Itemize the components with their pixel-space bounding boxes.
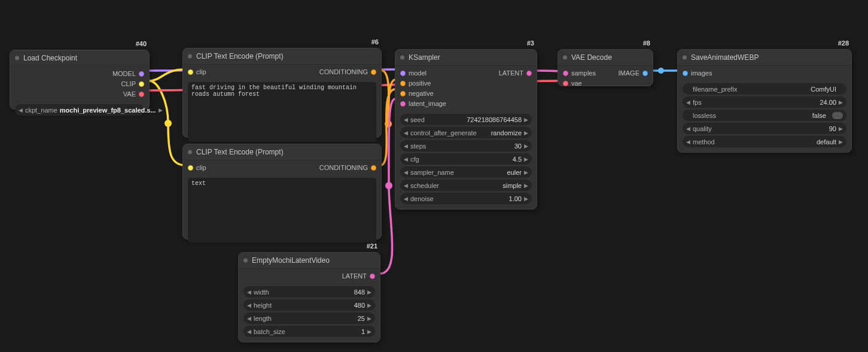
widget-method[interactable]: ◀method default▶ bbox=[683, 136, 846, 147]
output-model[interactable]: MODEL bbox=[112, 69, 144, 79]
widget-fps[interactable]: ◀fps 24.00▶ bbox=[683, 96, 846, 108]
input-samples[interactable]: samples bbox=[563, 68, 596, 78]
svg-point-1 bbox=[385, 120, 392, 128]
widget-height[interactable]: ◀height 480▶ bbox=[243, 299, 375, 311]
node-ksampler[interactable]: #3 KSampler model LATENT positive negati… bbox=[395, 49, 537, 210]
input-negative[interactable]: negative bbox=[400, 89, 434, 99]
node-graph-canvas[interactable]: #40 Load Checkpoint MODEL CLIP VAE ◀ ckp… bbox=[0, 0, 868, 352]
node-title[interactable]: VAE Decode bbox=[558, 50, 653, 66]
node-title[interactable]: CLIP Text Encode (Prompt) bbox=[183, 48, 381, 65]
prompt-textarea[interactable]: fast driving in the beautiful winding mo… bbox=[188, 82, 376, 142]
input-images[interactable]: images bbox=[683, 68, 712, 78]
node-save-animated-webp[interactable]: #28 SaveAnimatedWEBP images ◀filename_pr… bbox=[677, 49, 852, 153]
widget-length[interactable]: ◀length 25▶ bbox=[243, 312, 375, 324]
output-latent[interactable]: LATENT bbox=[499, 68, 532, 78]
node-id: #8 bbox=[643, 40, 650, 47]
node-title[interactable]: Load Checkpoint bbox=[10, 50, 149, 66]
input-clip[interactable]: clip bbox=[188, 67, 206, 77]
node-title[interactable]: KSampler bbox=[395, 50, 537, 66]
output-image[interactable]: IMAGE bbox=[619, 68, 648, 78]
widget-scheduler[interactable]: ◀scheduler simple▶ bbox=[400, 180, 532, 191]
node-id: #6 bbox=[371, 38, 379, 45]
output-latent[interactable]: LATENT bbox=[342, 271, 375, 281]
input-clip[interactable]: clip bbox=[188, 163, 206, 173]
widget-seed[interactable]: ◀seed 724218086764458▶ bbox=[400, 114, 532, 125]
node-clip-text-encode-positive[interactable]: #6 CLIP Text Encode (Prompt) clip CONDIT… bbox=[182, 48, 382, 138]
widget-filename-prefix[interactable]: ◀filename_prefix ComfyUI▶ bbox=[683, 83, 846, 95]
input-latent-image[interactable]: latent_image bbox=[400, 99, 446, 109]
prompt-textarea[interactable]: text bbox=[188, 178, 376, 242]
widget-cfg[interactable]: ◀cfg 4.5▶ bbox=[400, 153, 532, 165]
widget-quality[interactable]: ◀quality 90▶ bbox=[683, 123, 846, 134]
node-load-checkpoint[interactable]: #40 Load Checkpoint MODEL CLIP VAE ◀ ckp… bbox=[10, 50, 150, 110]
widget-batch-size[interactable]: ◀batch_size 1▶ bbox=[243, 326, 375, 337]
chevron-right-icon: ▶ bbox=[159, 107, 163, 113]
node-title[interactable]: CLIP Text Encode (Prompt) bbox=[183, 144, 381, 160]
widget-sampler-name[interactable]: ◀sampler_name euler▶ bbox=[400, 166, 532, 178]
node-id: #21 bbox=[367, 242, 377, 250]
input-model[interactable]: model bbox=[400, 68, 427, 78]
widget-width[interactable]: ◀width 848▶ bbox=[243, 286, 375, 298]
widget-lossless[interactable]: ◀lossless false bbox=[683, 110, 846, 121]
output-conditioning[interactable]: CONDITIONING bbox=[319, 67, 376, 77]
output-clip[interactable]: CLIP bbox=[121, 79, 144, 89]
node-vae-decode[interactable]: #8 VAE Decode samples IMAGE vae bbox=[558, 49, 653, 86]
widget-ckpt-name[interactable]: ◀ ckpt_name mochi_preview_fp8_scaled.s..… bbox=[15, 104, 144, 116]
node-empty-mochi-latent-video[interactable]: #21 EmptyMochiLatentVideo LATENT ◀width … bbox=[238, 252, 380, 342]
input-vae[interactable]: vae bbox=[563, 78, 582, 89]
svg-point-0 bbox=[165, 120, 172, 127]
widget-denoise[interactable]: ◀denoise 1.00▶ bbox=[400, 193, 532, 204]
widget-steps[interactable]: ◀steps 30▶ bbox=[400, 140, 532, 151]
widget-control-after-generate[interactable]: ◀control_after_generate randomize▶ bbox=[400, 127, 532, 138]
svg-point-2 bbox=[385, 182, 392, 189]
node-title[interactable]: EmptyMochiLatentVideo bbox=[239, 253, 380, 269]
node-id: #28 bbox=[838, 40, 849, 47]
chevron-left-icon: ◀ bbox=[19, 107, 23, 113]
output-conditioning[interactable]: CONDITIONING bbox=[319, 163, 376, 173]
output-vae[interactable]: VAE bbox=[123, 89, 144, 99]
node-title[interactable]: SaveAnimatedWEBP bbox=[678, 50, 851, 66]
svg-point-3 bbox=[658, 68, 664, 74]
node-clip-text-encode-negative[interactable]: CLIP Text Encode (Prompt) clip CONDITION… bbox=[182, 144, 382, 239]
node-id: #3 bbox=[527, 40, 534, 47]
node-id: #40 bbox=[136, 40, 147, 47]
input-positive[interactable]: positive bbox=[400, 78, 431, 89]
